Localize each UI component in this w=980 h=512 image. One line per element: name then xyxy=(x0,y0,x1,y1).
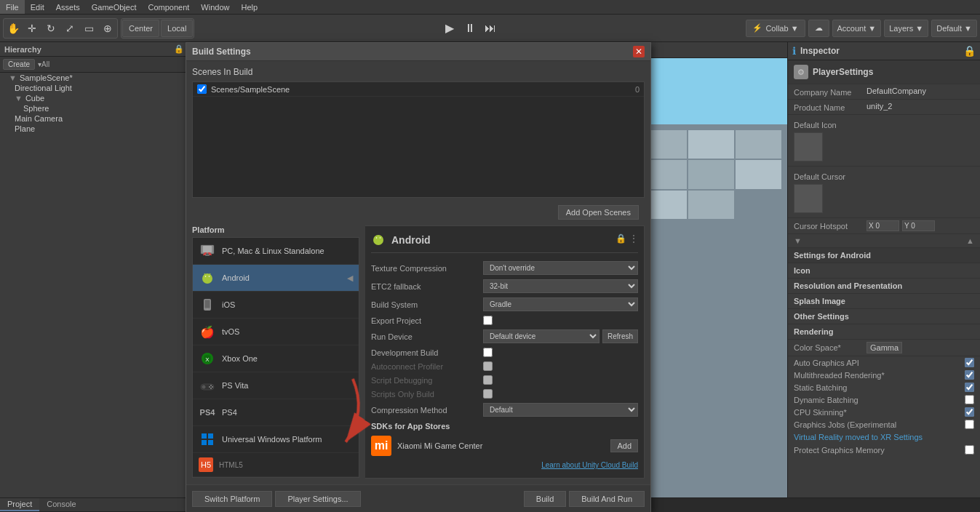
scripts-only-row: Scripts Only Build xyxy=(371,387,638,401)
texture-compression-select[interactable]: Don't override xyxy=(483,261,638,275)
pc-label: PC, Mac & Linux Standalone xyxy=(222,247,324,255)
run-device-label: Run Device xyxy=(371,332,480,341)
icon-section[interactable]: Icon xyxy=(788,263,980,279)
compression-select[interactable]: Default xyxy=(483,403,638,417)
cpu-skinning-checkbox[interactable] xyxy=(965,407,974,417)
other-settings-section[interactable]: Other Settings xyxy=(788,309,980,324)
platform-html5[interactable]: H5 HTML5 xyxy=(193,453,359,477)
hierarchy-directional-light[interactable]: Directional Light xyxy=(0,83,188,93)
collab-btn[interactable]: ⚡ Collab ▼ xyxy=(746,20,805,37)
hierarchy-cube[interactable]: ▼ Cube xyxy=(0,93,188,103)
layers-btn[interactable]: Layers ▼ xyxy=(884,20,928,37)
hierarchy-panel: Hierarchy 🔒 Create ▾All ▼ SampleScene* D… xyxy=(0,42,189,497)
menu-edit[interactable]: Edit xyxy=(25,0,50,14)
svg-point-20 xyxy=(212,386,213,388)
modal-close-btn[interactable]: ✕ xyxy=(633,46,645,57)
tab-project[interactable]: Project xyxy=(0,498,39,511)
lock-icon-btn[interactable]: 🔒 xyxy=(616,233,626,244)
info-icon: ℹ xyxy=(792,45,796,57)
hierarchy-filter[interactable]: ▾All xyxy=(38,60,49,68)
dev-build-checkbox[interactable] xyxy=(483,348,493,357)
build-and-run-btn[interactable]: Build And Run xyxy=(569,491,645,507)
svg-rect-3 xyxy=(203,246,212,252)
product-name-field: Product Name unity_2 xyxy=(788,100,980,115)
menu-assets[interactable]: Assets xyxy=(50,0,86,14)
center-btn[interactable]: Center xyxy=(122,20,159,37)
default-icon-preview[interactable] xyxy=(794,132,823,161)
rect-tool[interactable]: ▭ xyxy=(80,20,97,37)
move-tool[interactable]: ✛ xyxy=(23,20,41,37)
platform-ps4[interactable]: PS4 PS4 xyxy=(193,399,359,426)
platform-pc[interactable]: PC, Mac & Linux Standalone xyxy=(193,238,359,265)
run-device-select[interactable]: Default device xyxy=(483,329,599,343)
local-btn[interactable]: Local xyxy=(161,20,193,37)
platform-ios[interactable]: iOS xyxy=(193,292,359,319)
android-settings-more[interactable]: ⋮ xyxy=(629,233,638,244)
player-settings-btn[interactable]: Player Settings... xyxy=(275,491,360,507)
learn-link[interactable]: Learn about Unity Cloud Build xyxy=(371,461,638,469)
cloud-btn[interactable]: ☁ xyxy=(808,20,829,37)
build-btn[interactable]: Build xyxy=(524,491,566,507)
footer-right: Build Build And Run xyxy=(524,491,645,507)
tab-console[interactable]: Console xyxy=(39,498,83,511)
switch-platform-btn[interactable]: Switch Platform xyxy=(192,491,272,507)
protect-graphics-checkbox[interactable] xyxy=(965,445,974,455)
hierarchy-create-btn[interactable]: Create xyxy=(3,59,35,70)
menubar: File Edit Assets GameObject Component Wi… xyxy=(0,0,980,15)
product-name-value[interactable]: unity_2 xyxy=(867,102,974,111)
hierarchy-scene[interactable]: ▼ SampleScene* xyxy=(0,73,188,83)
xr-link[interactable]: Virtual Reality moved to XR Settings xyxy=(794,433,923,441)
menu-file[interactable]: File xyxy=(0,0,25,14)
etc2-select[interactable]: 32-bit xyxy=(483,279,638,293)
build-system-select[interactable]: Gradle xyxy=(483,297,638,311)
refresh-btn[interactable]: Refresh xyxy=(602,329,638,343)
multithreaded-checkbox[interactable] xyxy=(965,370,974,380)
menu-help[interactable]: Help xyxy=(235,0,263,14)
default-cursor-preview[interactable] xyxy=(794,184,823,213)
static-batching-checkbox[interactable] xyxy=(965,383,974,392)
android-icon-row: 🔒 ⋮ xyxy=(616,233,638,244)
platform-android[interactable]: Android ◀ xyxy=(193,265,359,292)
menu-window[interactable]: Window xyxy=(195,0,235,14)
hierarchy-main-camera[interactable]: Main Camera xyxy=(0,113,188,124)
add-open-scenes-btn[interactable]: Add Open Scenes xyxy=(558,205,639,220)
add-scenes-row: Add Open Scenes xyxy=(192,204,645,207)
platform-uwp[interactable]: Universal Windows Platform xyxy=(193,426,359,453)
scale-tool[interactable]: ⤢ xyxy=(61,20,79,37)
rotate-tool[interactable]: ↻ xyxy=(42,20,60,37)
hierarchy-plane[interactable]: Plane xyxy=(0,124,188,134)
auto-graphics-checkbox[interactable] xyxy=(965,358,974,367)
default-icon-label: Default Icon xyxy=(794,119,867,129)
splash-section[interactable]: Splash Image xyxy=(788,294,980,309)
company-name-value[interactable]: DefaultCompany xyxy=(867,87,974,95)
inspector-lock[interactable]: 🔒 xyxy=(963,45,976,57)
play-btn[interactable]: ▶ xyxy=(441,20,458,37)
menu-gameobject[interactable]: GameObject xyxy=(86,0,143,14)
dynamic-batching-checkbox[interactable] xyxy=(965,395,974,404)
step-btn[interactable]: ⏭ xyxy=(482,20,499,37)
svg-rect-25 xyxy=(202,440,207,445)
settings-for-android-section[interactable]: Settings for Android xyxy=(788,248,980,263)
scene-checkbox[interactable] xyxy=(197,84,207,94)
transform-tool[interactable]: ⊕ xyxy=(99,20,116,37)
export-project-checkbox[interactable] xyxy=(483,316,493,325)
pause-btn[interactable]: ⏸ xyxy=(461,20,479,37)
layout-btn[interactable]: Default ▼ xyxy=(931,20,977,37)
build-settings-modal[interactable]: Build Settings ✕ Scenes In Build Scenes/… xyxy=(186,42,651,512)
menu-component[interactable]: Component xyxy=(142,0,195,14)
sdk-add-btn[interactable]: Add xyxy=(610,439,638,452)
cursor-hotspot-y[interactable] xyxy=(902,220,935,231)
account-btn[interactable]: Account ▼ xyxy=(832,20,882,37)
hand-tool[interactable]: ✋ xyxy=(4,20,22,37)
psvita-label: PS Vita xyxy=(222,381,249,390)
default-cursor-label: Default Cursor xyxy=(794,171,867,181)
resolution-section[interactable]: Resolution and Presentation xyxy=(788,279,980,294)
ps4-icon: PS4 xyxy=(199,404,216,421)
platform-xbox[interactable]: X Xbox One xyxy=(193,345,359,372)
platform-psvita[interactable]: PS Vita xyxy=(193,372,359,399)
graphics-jobs-checkbox[interactable] xyxy=(965,420,974,429)
hierarchy-sphere[interactable]: Sphere xyxy=(0,103,188,113)
cursor-hotspot-x[interactable] xyxy=(867,220,899,231)
company-name-label: Company Name xyxy=(794,87,867,97)
platform-tvos[interactable]: 🍎 tvOS xyxy=(193,319,359,345)
